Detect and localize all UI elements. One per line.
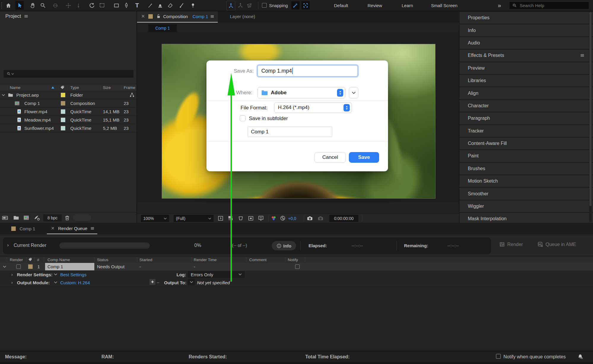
where-stepper-icon[interactable] bbox=[337, 89, 343, 97]
workspace-default[interactable]: Default bbox=[334, 3, 348, 8]
hand-tool[interactable] bbox=[28, 1, 37, 10]
panel-tab-item[interactable]: Content-Aware Fill bbox=[460, 137, 593, 149]
toolbar-drag-handle[interactable] bbox=[1, 2, 3, 9]
panel-tab-item[interactable]: Properties bbox=[460, 11, 593, 24]
timecode-field[interactable]: 0:00:00:00 bbox=[329, 215, 358, 222]
item-name[interactable]: Flower.mp4 bbox=[24, 109, 47, 114]
project-row-flower[interactable]: Flower.mp4 QuickTime 14,1 MB 23 bbox=[0, 108, 136, 116]
item-name[interactable]: Sunflower.mp4 bbox=[24, 126, 54, 131]
panel-tab-item[interactable]: Preview bbox=[460, 62, 593, 74]
show-snapshot-icon[interactable] bbox=[317, 215, 324, 221]
bell-icon[interactable] bbox=[577, 354, 583, 360]
project-panel-menu-icon[interactable] bbox=[24, 14, 28, 19]
project-search-box[interactable] bbox=[4, 70, 133, 78]
bit-depth-button[interactable]: 8 bpc bbox=[43, 214, 62, 221]
label-swatch[interactable] bbox=[61, 126, 65, 130]
output-to-chevron-icon[interactable] bbox=[188, 279, 195, 285]
output-to-value[interactable]: Not yet specified bbox=[197, 280, 230, 285]
filename-field[interactable]: Comp 1.mp4 bbox=[257, 65, 358, 76]
label-swatch[interactable] bbox=[61, 93, 65, 97]
column-frame[interactable]: Frame R bbox=[124, 85, 136, 90]
panel-tab-item[interactable]: Paragraph bbox=[460, 112, 593, 124]
render-settings-expand-icon[interactable]: › bbox=[11, 272, 13, 277]
snap-features-button[interactable] bbox=[301, 1, 310, 9]
scrollbar-thumb[interactable] bbox=[589, 12, 592, 206]
panel-tab-item[interactable]: Paint bbox=[460, 149, 593, 162]
search-help-box[interactable] bbox=[509, 1, 589, 9]
snap-plane-icon[interactable] bbox=[245, 1, 253, 10]
column-status[interactable]: Status bbox=[97, 258, 108, 262]
orbit-camera-tool[interactable] bbox=[51, 1, 59, 10]
column-render-time[interactable]: Render Time bbox=[194, 258, 217, 262]
panel-tab-item[interactable]: Wiggler bbox=[460, 200, 593, 212]
workspace-overflow-chevrons[interactable]: » bbox=[498, 2, 501, 9]
subfolder-name-field[interactable]: Comp 1 bbox=[248, 127, 332, 137]
render-queue-menu-icon[interactable] bbox=[90, 226, 95, 231]
panel-tab-item[interactable]: Align bbox=[460, 87, 593, 99]
fast-previews-icon[interactable] bbox=[217, 215, 224, 221]
output-module-chevron-icon[interactable] bbox=[54, 281, 57, 284]
add-output-module-button[interactable]: + bbox=[150, 279, 155, 285]
project-row-comp1[interactable]: Comp 1 Composition 23 bbox=[0, 99, 136, 108]
puppet-pin-tool[interactable] bbox=[189, 1, 197, 10]
clone-stamp-tool[interactable] bbox=[156, 1, 164, 10]
resolution-dropdown[interactable]: (Full) bbox=[174, 215, 214, 222]
rotation-tool[interactable] bbox=[88, 1, 96, 10]
output-module-value[interactable]: Custom: H.264 bbox=[60, 280, 90, 285]
remove-output-module-button[interactable]: − bbox=[157, 280, 159, 285]
column-notify[interactable]: Notify bbox=[288, 258, 298, 262]
column-type[interactable]: Type bbox=[70, 85, 79, 90]
panel-tab-item[interactable]: Info bbox=[460, 24, 593, 36]
column-comment[interactable]: Comment bbox=[249, 258, 267, 262]
selection-tool[interactable] bbox=[15, 1, 24, 10]
label-swatch[interactable] bbox=[61, 101, 65, 106]
column-started[interactable]: Started bbox=[139, 258, 152, 262]
cancel-button[interactable]: Cancel bbox=[314, 152, 346, 163]
project-row-meadow[interactable]: Meadow.mp4 QuickTime 15,1 MB 23 bbox=[0, 116, 136, 124]
close-icon[interactable]: ✕ bbox=[51, 226, 55, 231]
transparency-grid-icon[interactable] bbox=[228, 215, 233, 221]
column-label-icon[interactable] bbox=[60, 85, 65, 90]
rectangle-tool[interactable] bbox=[112, 1, 120, 10]
file-format-stepper-icon[interactable] bbox=[344, 104, 350, 111]
render-enable-checkbox[interactable] bbox=[16, 264, 21, 269]
panel-tab-item[interactable]: Character bbox=[460, 99, 593, 112]
item-name[interactable]: Comp 1 bbox=[24, 101, 40, 106]
panel-tab-item[interactable]: Libraries bbox=[460, 74, 593, 87]
snapping-checkbox[interactable] bbox=[262, 3, 267, 8]
home-button[interactable] bbox=[4, 1, 12, 10]
save-button[interactable]: Save bbox=[349, 152, 379, 163]
dolly-camera-tool[interactable] bbox=[74, 1, 82, 10]
save-in-subfolder-checkbox[interactable] bbox=[240, 115, 246, 121]
where-expand-button[interactable] bbox=[349, 87, 358, 98]
region-of-interest-icon[interactable] bbox=[248, 215, 254, 221]
right-panel-scrollbar[interactable] bbox=[589, 12, 592, 222]
chevron-down-icon[interactable] bbox=[2, 94, 5, 96]
panel-tab-item[interactable]: Brushes bbox=[460, 162, 593, 175]
lock-icon[interactable] bbox=[156, 14, 161, 19]
log-dropdown[interactable]: Errors Only bbox=[188, 271, 245, 278]
eraser-tool[interactable] bbox=[166, 1, 174, 10]
layer-tab[interactable]: Layer (none) bbox=[230, 14, 255, 19]
flowchart-icon[interactable] bbox=[129, 92, 135, 98]
project-row-sunflower[interactable]: Sunflower.mp4 QuickTime 5,2 MB 23 bbox=[0, 124, 136, 132]
composition-tab[interactable]: ✕ Composition Comp 1 bbox=[137, 11, 218, 23]
file-format-dropdown[interactable]: H.264 (*.mp4) bbox=[274, 102, 352, 113]
channel-rgb-icon[interactable] bbox=[271, 215, 277, 221]
row-label-swatch[interactable] bbox=[28, 264, 33, 269]
column-render[interactable]: Render bbox=[10, 258, 23, 262]
panel-tab-item[interactable]: Tracker bbox=[460, 124, 593, 137]
brush-tool[interactable] bbox=[146, 1, 154, 10]
column-comp-name[interactable]: Comp Name bbox=[47, 258, 70, 262]
mask-visibility-icon[interactable] bbox=[238, 215, 244, 221]
magnification-dropdown[interactable]: 100% bbox=[141, 215, 169, 222]
column-label-icon[interactable] bbox=[28, 257, 32, 262]
info-button[interactable]: Info bbox=[272, 241, 296, 250]
composition-tab-menu-icon[interactable] bbox=[210, 14, 214, 19]
where-dropdown[interactable]: Adobe bbox=[257, 87, 345, 98]
close-icon[interactable]: ✕ bbox=[141, 14, 145, 19]
pen-tool[interactable] bbox=[122, 1, 131, 10]
new-folder-icon[interactable] bbox=[13, 215, 19, 221]
search-help-input[interactable] bbox=[519, 3, 580, 8]
render-button[interactable]: Render bbox=[499, 242, 523, 247]
